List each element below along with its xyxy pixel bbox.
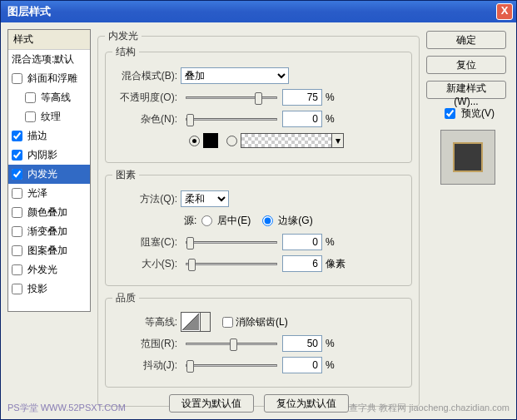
preview-checkbox[interactable] — [445, 108, 455, 119]
noise-label: 杂色(N): — [112, 112, 181, 126]
layer-style-dialog: 图层样式 X 样式 混合选项:默认 斜面和浮雕等高线纹理描边内阴影内发光光泽颜色… — [0, 0, 517, 420]
new-style-button[interactable]: 新建样式(W)... — [426, 81, 506, 99]
style-checkbox[interactable] — [12, 245, 22, 256]
noise-input[interactable] — [282, 111, 322, 127]
jitter-label: 抖动(J): — [112, 358, 181, 373]
style-item-0[interactable]: 斜面和浮雕 — [8, 69, 90, 88]
style-item-label: 等高线 — [41, 91, 71, 105]
blending-options-label: 混合选项:默认 — [12, 52, 74, 67]
style-item-label: 图案叠加 — [27, 244, 67, 258]
style-checkbox[interactable] — [12, 169, 22, 180]
source-label: 源: — [184, 214, 196, 228]
ok-button[interactable]: 确定 — [426, 31, 506, 49]
elements-group: 图素 方法(Q): 柔和 源: 居中(E) 边缘(G) — [105, 168, 412, 286]
color-swatch[interactable] — [203, 133, 218, 148]
style-checkbox[interactable] — [12, 226, 22, 237]
source-edge-label: 边缘(G) — [278, 214, 312, 228]
style-item-4[interactable]: 内阴影 — [8, 146, 90, 165]
choke-input[interactable] — [282, 234, 322, 250]
cancel-button[interactable]: 复位 — [426, 56, 506, 74]
style-item-label: 外发光 — [27, 263, 57, 277]
blend-mode-select[interactable]: 叠加 — [181, 67, 289, 84]
close-icon[interactable]: X — [496, 3, 513, 20]
titlebar[interactable]: 图层样式 X — [1, 1, 516, 22]
noise-slider[interactable] — [186, 118, 277, 121]
jitter-unit: % — [326, 359, 335, 371]
preview-label: 预览(V) — [461, 106, 495, 121]
size-unit: 像素 — [326, 257, 345, 271]
inner-glow-group: 内发光 结构 混合模式(B): 叠加 不透明度(O): % — [97, 29, 420, 407]
opacity-slider[interactable] — [186, 96, 277, 99]
style-item-7[interactable]: 颜色叠加 — [8, 203, 90, 222]
size-input[interactable] — [282, 255, 322, 272]
style-item-label: 颜色叠加 — [27, 205, 67, 220]
range-slider[interactable] — [186, 343, 277, 345]
make-default-button[interactable]: 设置为默认值 — [169, 394, 254, 413]
settings-panel: 内发光 结构 混合模式(B): 叠加 不透明度(O): % — [97, 29, 420, 413]
style-item-2[interactable]: 纹理 — [8, 107, 90, 126]
style-item-label: 内阴影 — [27, 148, 57, 162]
style-checkbox[interactable] — [12, 73, 22, 84]
style-item-10[interactable]: 外发光 — [8, 260, 90, 279]
style-item-label: 描边 — [27, 129, 47, 143]
contour-dropdown-icon[interactable] — [201, 312, 211, 332]
antialias-checkbox[interactable] — [222, 317, 233, 328]
noise-unit: % — [326, 113, 335, 125]
preview-box — [440, 130, 495, 185]
quality-legend: 品质 — [112, 291, 139, 305]
style-checkbox[interactable] — [12, 284, 22, 294]
style-checkbox[interactable] — [25, 92, 36, 103]
style-checkbox[interactable] — [12, 150, 22, 161]
window-title: 图层样式 — [7, 4, 496, 19]
style-item-11[interactable]: 投影 — [8, 279, 90, 299]
style-item-3[interactable]: 描边 — [8, 126, 90, 146]
styles-panel: 样式 混合选项:默认 斜面和浮雕等高线纹理描边内阴影内发光光泽颜色叠加渐变叠加图… — [7, 29, 91, 413]
quality-group: 品质 等高线: 消除锯齿(L) 范围(R): % — [105, 291, 412, 388]
reset-default-button[interactable]: 复位为默认值 — [264, 394, 349, 413]
style-checkbox[interactable] — [12, 188, 22, 199]
size-label: 大小(S): — [112, 257, 181, 271]
style-checkbox[interactable] — [12, 131, 22, 141]
preview-thumbnail — [453, 142, 483, 172]
technique-select[interactable]: 柔和 — [181, 190, 229, 207]
range-input[interactable] — [282, 335, 322, 352]
gradient-dropdown-icon[interactable]: ▾ — [332, 133, 344, 148]
gradient-radio[interactable] — [226, 136, 237, 146]
technique-label: 方法(Q): — [112, 192, 181, 206]
color-radio[interactable] — [189, 136, 200, 146]
jitter-input[interactable] — [282, 357, 322, 373]
opacity-unit: % — [326, 91, 335, 103]
source-edge-radio[interactable] — [262, 215, 273, 226]
style-item-label: 光泽 — [27, 186, 47, 200]
style-checkbox[interactable] — [12, 207, 22, 218]
gradient-picker[interactable] — [241, 133, 332, 148]
size-slider[interactable] — [186, 263, 277, 265]
blending-options-default[interactable]: 混合选项:默认 — [8, 50, 90, 69]
source-center-radio[interactable] — [201, 215, 212, 226]
opacity-label: 不透明度(O): — [112, 91, 181, 105]
choke-label: 阻塞(C): — [112, 235, 181, 250]
structure-group: 结构 混合模式(B): 叠加 不透明度(O): % 杂色(N) — [105, 45, 412, 163]
contour-picker[interactable] — [181, 312, 201, 332]
watermark-right: 查字典 教程网 jiaocheng.chazidian.com — [349, 402, 510, 414]
choke-slider[interactable] — [186, 241, 277, 244]
opacity-input[interactable] — [282, 89, 322, 106]
antialias-label: 消除锯齿(L) — [236, 315, 288, 329]
source-center-label: 居中(E) — [217, 214, 251, 228]
style-checkbox[interactable] — [12, 264, 22, 275]
style-item-5[interactable]: 内发光 — [8, 165, 90, 184]
style-item-1[interactable]: 等高线 — [8, 88, 90, 107]
style-item-label: 投影 — [27, 282, 47, 296]
style-item-6[interactable]: 光泽 — [8, 184, 90, 203]
styles-list: 样式 混合选项:默认 斜面和浮雕等高线纹理描边内阴影内发光光泽颜色叠加渐变叠加图… — [7, 29, 91, 312]
range-label: 范围(R): — [112, 337, 181, 351]
style-item-9[interactable]: 图案叠加 — [8, 241, 90, 260]
style-item-8[interactable]: 渐变叠加 — [8, 222, 90, 241]
range-unit: % — [326, 338, 335, 349]
style-item-label: 内发光 — [27, 167, 57, 181]
style-item-label: 斜面和浮雕 — [27, 72, 77, 86]
jitter-slider[interactable] — [186, 364, 277, 367]
choke-unit: % — [326, 236, 335, 248]
watermark-left: PS学堂 WWW.52PSXT.COM — [7, 402, 126, 414]
style-checkbox[interactable] — [25, 111, 36, 122]
